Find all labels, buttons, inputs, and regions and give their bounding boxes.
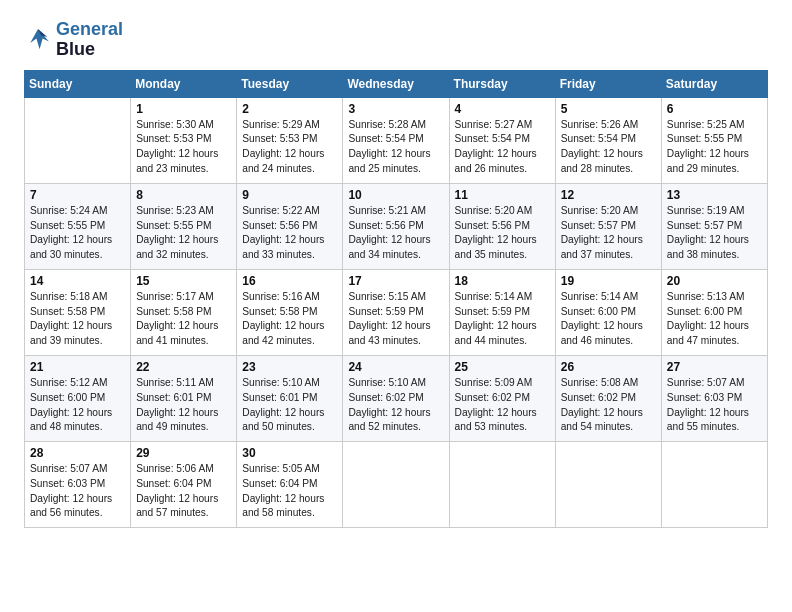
day-number: 10 [348,188,443,202]
day-number: 14 [30,274,125,288]
day-info: Sunrise: 5:08 AM Sunset: 6:02 PM Dayligh… [561,376,656,435]
weekday-header-wednesday: Wednesday [343,70,449,97]
header: GeneralBlue [24,20,768,60]
day-number: 20 [667,274,762,288]
day-number: 4 [455,102,550,116]
day-info: Sunrise: 5:07 AM Sunset: 6:03 PM Dayligh… [30,462,125,521]
day-number: 12 [561,188,656,202]
day-info: Sunrise: 5:07 AM Sunset: 6:03 PM Dayligh… [667,376,762,435]
day-info: Sunrise: 5:25 AM Sunset: 5:55 PM Dayligh… [667,118,762,177]
day-number: 7 [30,188,125,202]
day-number: 8 [136,188,231,202]
day-number: 1 [136,102,231,116]
day-number: 16 [242,274,337,288]
day-info: Sunrise: 5:16 AM Sunset: 5:58 PM Dayligh… [242,290,337,349]
day-number: 29 [136,446,231,460]
weekday-header-friday: Friday [555,70,661,97]
calendar-cell: 30Sunrise: 5:05 AM Sunset: 6:04 PM Dayli… [237,442,343,528]
weekday-header-saturday: Saturday [661,70,767,97]
day-number: 15 [136,274,231,288]
logo: GeneralBlue [24,20,123,60]
day-number: 13 [667,188,762,202]
calendar-cell: 4Sunrise: 5:27 AM Sunset: 5:54 PM Daylig… [449,97,555,183]
day-info: Sunrise: 5:11 AM Sunset: 6:01 PM Dayligh… [136,376,231,435]
calendar-cell: 18Sunrise: 5:14 AM Sunset: 5:59 PM Dayli… [449,269,555,355]
day-number: 5 [561,102,656,116]
calendar-cell: 21Sunrise: 5:12 AM Sunset: 6:00 PM Dayli… [25,355,131,441]
calendar-cell: 26Sunrise: 5:08 AM Sunset: 6:02 PM Dayli… [555,355,661,441]
day-info: Sunrise: 5:20 AM Sunset: 5:56 PM Dayligh… [455,204,550,263]
calendar-cell [661,442,767,528]
day-info: Sunrise: 5:29 AM Sunset: 5:53 PM Dayligh… [242,118,337,177]
calendar-cell: 3Sunrise: 5:28 AM Sunset: 5:54 PM Daylig… [343,97,449,183]
logo-icon [24,26,52,54]
calendar-cell [449,442,555,528]
logo-text: GeneralBlue [56,20,123,60]
day-number: 3 [348,102,443,116]
day-info: Sunrise: 5:21 AM Sunset: 5:56 PM Dayligh… [348,204,443,263]
calendar-cell: 29Sunrise: 5:06 AM Sunset: 6:04 PM Dayli… [131,442,237,528]
calendar-cell: 13Sunrise: 5:19 AM Sunset: 5:57 PM Dayli… [661,183,767,269]
day-info: Sunrise: 5:22 AM Sunset: 5:56 PM Dayligh… [242,204,337,263]
weekday-header-monday: Monday [131,70,237,97]
calendar-cell: 25Sunrise: 5:09 AM Sunset: 6:02 PM Dayli… [449,355,555,441]
day-info: Sunrise: 5:28 AM Sunset: 5:54 PM Dayligh… [348,118,443,177]
day-number: 9 [242,188,337,202]
day-number: 30 [242,446,337,460]
calendar-cell: 22Sunrise: 5:11 AM Sunset: 6:01 PM Dayli… [131,355,237,441]
calendar-cell: 11Sunrise: 5:20 AM Sunset: 5:56 PM Dayli… [449,183,555,269]
calendar-cell: 7Sunrise: 5:24 AM Sunset: 5:55 PM Daylig… [25,183,131,269]
day-number: 2 [242,102,337,116]
calendar-cell: 8Sunrise: 5:23 AM Sunset: 5:55 PM Daylig… [131,183,237,269]
calendar-cell: 9Sunrise: 5:22 AM Sunset: 5:56 PM Daylig… [237,183,343,269]
calendar-cell: 27Sunrise: 5:07 AM Sunset: 6:03 PM Dayli… [661,355,767,441]
day-number: 22 [136,360,231,374]
calendar-cell: 20Sunrise: 5:13 AM Sunset: 6:00 PM Dayli… [661,269,767,355]
calendar-cell: 14Sunrise: 5:18 AM Sunset: 5:58 PM Dayli… [25,269,131,355]
day-info: Sunrise: 5:05 AM Sunset: 6:04 PM Dayligh… [242,462,337,521]
day-number: 26 [561,360,656,374]
day-info: Sunrise: 5:20 AM Sunset: 5:57 PM Dayligh… [561,204,656,263]
day-info: Sunrise: 5:14 AM Sunset: 6:00 PM Dayligh… [561,290,656,349]
weekday-header-tuesday: Tuesday [237,70,343,97]
day-info: Sunrise: 5:09 AM Sunset: 6:02 PM Dayligh… [455,376,550,435]
day-number: 17 [348,274,443,288]
day-info: Sunrise: 5:10 AM Sunset: 6:01 PM Dayligh… [242,376,337,435]
calendar-cell [25,97,131,183]
calendar-cell: 17Sunrise: 5:15 AM Sunset: 5:59 PM Dayli… [343,269,449,355]
day-info: Sunrise: 5:12 AM Sunset: 6:00 PM Dayligh… [30,376,125,435]
day-number: 24 [348,360,443,374]
day-info: Sunrise: 5:19 AM Sunset: 5:57 PM Dayligh… [667,204,762,263]
day-info: Sunrise: 5:23 AM Sunset: 5:55 PM Dayligh… [136,204,231,263]
day-info: Sunrise: 5:26 AM Sunset: 5:54 PM Dayligh… [561,118,656,177]
calendar-cell: 16Sunrise: 5:16 AM Sunset: 5:58 PM Dayli… [237,269,343,355]
day-info: Sunrise: 5:13 AM Sunset: 6:00 PM Dayligh… [667,290,762,349]
calendar-cell: 28Sunrise: 5:07 AM Sunset: 6:03 PM Dayli… [25,442,131,528]
day-info: Sunrise: 5:10 AM Sunset: 6:02 PM Dayligh… [348,376,443,435]
day-info: Sunrise: 5:27 AM Sunset: 5:54 PM Dayligh… [455,118,550,177]
day-number: 6 [667,102,762,116]
calendar-cell: 1Sunrise: 5:30 AM Sunset: 5:53 PM Daylig… [131,97,237,183]
calendar-cell: 24Sunrise: 5:10 AM Sunset: 6:02 PM Dayli… [343,355,449,441]
calendar-cell: 23Sunrise: 5:10 AM Sunset: 6:01 PM Dayli… [237,355,343,441]
day-number: 19 [561,274,656,288]
calendar-cell [343,442,449,528]
calendar-cell: 2Sunrise: 5:29 AM Sunset: 5:53 PM Daylig… [237,97,343,183]
day-info: Sunrise: 5:18 AM Sunset: 5:58 PM Dayligh… [30,290,125,349]
calendar-cell: 10Sunrise: 5:21 AM Sunset: 5:56 PM Dayli… [343,183,449,269]
day-info: Sunrise: 5:24 AM Sunset: 5:55 PM Dayligh… [30,204,125,263]
day-number: 21 [30,360,125,374]
day-number: 27 [667,360,762,374]
day-info: Sunrise: 5:06 AM Sunset: 6:04 PM Dayligh… [136,462,231,521]
calendar-cell: 5Sunrise: 5:26 AM Sunset: 5:54 PM Daylig… [555,97,661,183]
day-number: 18 [455,274,550,288]
day-info: Sunrise: 5:30 AM Sunset: 5:53 PM Dayligh… [136,118,231,177]
day-number: 28 [30,446,125,460]
day-info: Sunrise: 5:15 AM Sunset: 5:59 PM Dayligh… [348,290,443,349]
weekday-header-thursday: Thursday [449,70,555,97]
weekday-header-sunday: Sunday [25,70,131,97]
calendar-cell: 12Sunrise: 5:20 AM Sunset: 5:57 PM Dayli… [555,183,661,269]
calendar-cell: 19Sunrise: 5:14 AM Sunset: 6:00 PM Dayli… [555,269,661,355]
calendar-cell: 15Sunrise: 5:17 AM Sunset: 5:58 PM Dayli… [131,269,237,355]
calendar-table: SundayMondayTuesdayWednesdayThursdayFrid… [24,70,768,529]
